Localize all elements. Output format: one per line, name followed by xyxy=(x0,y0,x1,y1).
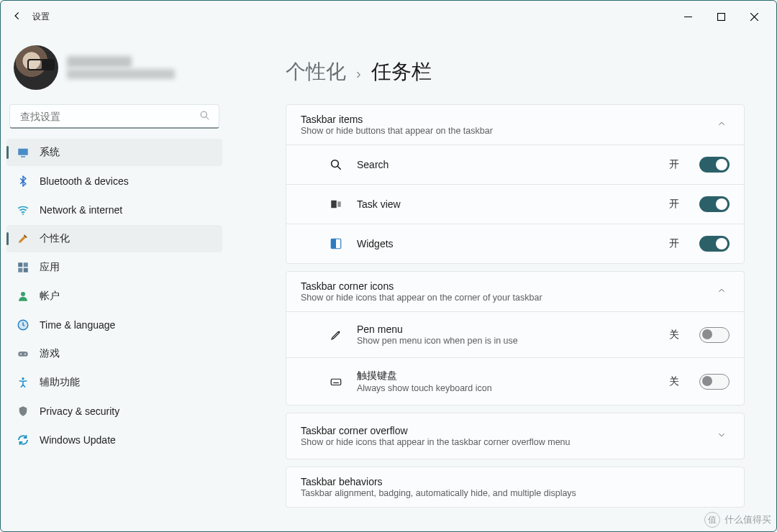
row-pen: Pen menu Show pen menu icon when pen is … xyxy=(286,311,744,357)
search-icon xyxy=(328,158,344,171)
sidebar: 系统 Bluetooth & devices Network & interne… xyxy=(1,32,228,531)
brush-icon xyxy=(17,232,29,245)
accounts-icon xyxy=(17,290,29,303)
nav-label: Network & internet xyxy=(40,204,122,216)
toggle-state: 开 xyxy=(669,158,679,171)
svg-point-16 xyxy=(332,160,339,168)
pen-icon xyxy=(328,329,344,341)
svg-rect-5 xyxy=(18,262,22,267)
titlebar: 设置 xyxy=(1,1,776,32)
nav-label: Windows Update xyxy=(40,434,116,446)
profile-text xyxy=(67,56,175,79)
search-input[interactable] xyxy=(19,110,199,123)
svg-rect-18 xyxy=(337,201,341,207)
nav-update[interactable]: Windows Update xyxy=(6,426,222,454)
section-header[interactable]: Taskbar behaviors Taskbar alignment, bad… xyxy=(286,467,744,507)
svg-point-4 xyxy=(22,214,24,215)
chevron-up-icon xyxy=(717,119,730,132)
toggle-widgets[interactable] xyxy=(699,236,730,252)
nav-accessibility[interactable]: 辅助功能 xyxy=(6,369,222,396)
svg-rect-12 xyxy=(18,352,28,357)
apps-icon xyxy=(17,261,29,274)
toggle-state: 关 xyxy=(669,375,679,388)
shield-icon xyxy=(17,405,29,418)
svg-rect-2 xyxy=(18,149,28,155)
profile-block[interactable] xyxy=(6,38,222,101)
section-subtitle: Show or hide icons that appear on the co… xyxy=(301,293,542,303)
row-label: Pen menu xyxy=(357,324,518,335)
maximize-button[interactable] xyxy=(704,1,737,32)
nav-time[interactable]: Time & language xyxy=(6,311,222,339)
keyboard-icon xyxy=(328,375,344,388)
toggle-search[interactable] xyxy=(699,157,730,173)
bluetooth-icon xyxy=(17,175,29,188)
row-label: 触摸键盘 xyxy=(357,370,492,382)
svg-rect-7 xyxy=(18,268,22,272)
back-button[interactable] xyxy=(12,11,22,23)
svg-rect-17 xyxy=(331,201,337,208)
section-title: Taskbar corner icons xyxy=(301,280,542,292)
nav-label: 个性化 xyxy=(40,232,70,245)
section-taskbar-items: Taskbar items Show or hide buttons that … xyxy=(286,104,745,264)
search-box[interactable] xyxy=(9,104,219,129)
breadcrumb: 个性化 › 任务栏 xyxy=(286,58,745,86)
svg-point-1 xyxy=(201,111,206,117)
section-title: Taskbar behaviors xyxy=(301,476,576,487)
row-taskview: Task view 开 xyxy=(286,184,744,224)
nav-gaming[interactable]: 游戏 xyxy=(6,340,222,367)
nav-label: 辅助功能 xyxy=(40,376,80,389)
toggle-state: 关 xyxy=(669,329,679,341)
section-header[interactable]: Taskbar corner icons Show or hide icons … xyxy=(286,272,744,311)
svg-rect-6 xyxy=(24,262,28,267)
chevron-down-icon xyxy=(717,430,730,443)
avatar xyxy=(14,45,58,90)
nav-personalize[interactable]: 个性化 xyxy=(6,225,222,252)
update-icon xyxy=(17,434,29,446)
taskview-icon xyxy=(328,198,344,211)
svg-rect-0 xyxy=(717,13,724,20)
nav-network[interactable]: Network & internet xyxy=(6,196,222,224)
widgets-icon xyxy=(328,237,344,250)
section-header[interactable]: Taskbar corner overflow Show or hide ico… xyxy=(286,413,744,459)
row-sublabel: Always show touch keyboard icon xyxy=(357,383,492,393)
section-corner-icons: Taskbar corner icons Show or hide icons … xyxy=(286,271,745,405)
nav-list: 系统 Bluetooth & devices Network & interne… xyxy=(6,139,222,454)
row-sublabel: Show pen menu icon when pen is in use xyxy=(357,336,518,346)
row-search: Search 开 xyxy=(286,145,744,184)
row-touch-keyboard: 触摸键盘 Always show touch keyboard icon 关 xyxy=(286,357,744,405)
main-pane: 个性化 › 任务栏 Taskbar items Show or hide but… xyxy=(228,32,776,531)
toggle-taskview[interactable] xyxy=(699,196,730,212)
nav-bluetooth[interactable]: Bluetooth & devices xyxy=(6,168,222,195)
row-label: Search xyxy=(357,159,388,170)
section-behaviors: Taskbar behaviors Taskbar alignment, bad… xyxy=(286,467,745,508)
nav-label: Bluetooth & devices xyxy=(40,175,129,187)
nav-accounts[interactable]: 帐户 xyxy=(6,283,222,310)
nav-label: Time & language xyxy=(40,319,115,331)
nav-label: 游戏 xyxy=(40,347,60,360)
toggle-pen[interactable] xyxy=(699,327,730,343)
breadcrumb-current: 任务栏 xyxy=(371,58,432,86)
svg-point-11 xyxy=(18,320,28,330)
section-overflow: Taskbar corner overflow Show or hide ico… xyxy=(286,413,745,459)
nav-apps[interactable]: 应用 xyxy=(6,254,222,281)
close-button[interactable] xyxy=(737,1,771,32)
window-title: 设置 xyxy=(32,11,50,23)
svg-point-15 xyxy=(22,377,24,380)
section-title: Taskbar corner overflow xyxy=(301,425,571,436)
toggle-state: 开 xyxy=(669,237,679,250)
toggle-touch-keyboard[interactable] xyxy=(699,374,730,390)
minimize-button[interactable] xyxy=(671,1,704,32)
chevron-right-icon: › xyxy=(356,65,361,82)
gamepad-icon xyxy=(17,347,29,360)
nav-system[interactable]: 系统 xyxy=(6,139,222,166)
svg-rect-20 xyxy=(331,239,336,249)
nav-label: 帐户 xyxy=(40,290,60,303)
svg-rect-3 xyxy=(21,156,25,157)
toggle-state: 开 xyxy=(669,198,679,211)
section-title: Taskbar items xyxy=(301,114,493,125)
system-icon xyxy=(17,146,29,159)
nav-privacy[interactable]: Privacy & security xyxy=(6,398,222,425)
section-header[interactable]: Taskbar items Show or hide buttons that … xyxy=(286,105,744,145)
clock-icon xyxy=(17,318,29,331)
breadcrumb-parent[interactable]: 个性化 xyxy=(286,58,346,86)
